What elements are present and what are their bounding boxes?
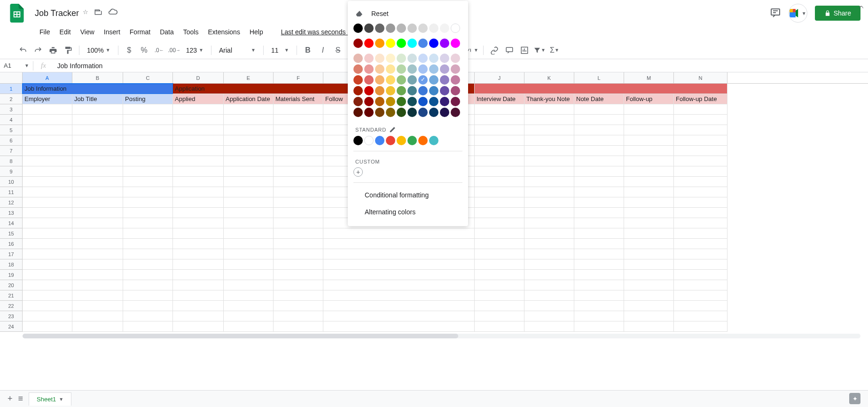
color-swatch[interactable]	[364, 108, 374, 117]
cell[interactable]	[624, 218, 674, 228]
print-icon[interactable]	[47, 44, 59, 56]
cell[interactable]	[274, 197, 323, 208]
cell[interactable]: Applied	[173, 94, 224, 104]
cell[interactable]	[524, 259, 574, 270]
color-swatch[interactable]	[407, 23, 417, 33]
color-swatch[interactable]	[386, 64, 395, 74]
cell[interactable]	[674, 259, 727, 270]
color-swatch[interactable]	[353, 64, 363, 74]
row-header[interactable]: 16	[0, 239, 23, 249]
color-swatch[interactable]	[386, 86, 395, 95]
bold-icon[interactable]: B	[302, 44, 314, 56]
color-swatch[interactable]	[418, 54, 428, 63]
cell[interactable]	[72, 125, 123, 135]
color-swatch[interactable]	[418, 75, 428, 85]
menu-extensions[interactable]: Extensions	[204, 26, 243, 38]
menu-help[interactable]: Help	[246, 26, 267, 38]
cell[interactable]	[475, 166, 524, 177]
cell[interactable]	[624, 187, 674, 197]
row-header[interactable]: 21	[0, 290, 23, 301]
cell[interactable]	[72, 156, 123, 166]
color-swatch[interactable]	[353, 86, 363, 95]
cell[interactable]	[123, 290, 173, 301]
sheets-logo[interactable]	[8, 4, 26, 23]
row-header[interactable]: 1	[0, 84, 23, 94]
color-swatch[interactable]	[353, 23, 363, 33]
cell[interactable]	[224, 208, 274, 218]
cell[interactable]	[123, 208, 173, 218]
cell[interactable]	[524, 156, 574, 166]
color-swatch[interactable]	[364, 97, 374, 106]
color-swatch[interactable]	[353, 75, 363, 85]
color-swatch[interactable]	[397, 54, 406, 63]
cell[interactable]	[524, 290, 574, 301]
cell[interactable]	[23, 301, 72, 311]
color-swatch[interactable]	[440, 23, 449, 33]
cell[interactable]	[23, 321, 72, 332]
cell[interactable]	[574, 187, 624, 197]
cell[interactable]	[173, 197, 224, 208]
cell[interactable]	[574, 280, 624, 290]
cell[interactable]	[475, 270, 524, 280]
cell[interactable]: Thank-you Note	[524, 94, 574, 104]
color-swatch[interactable]	[451, 86, 460, 95]
cell[interactable]	[674, 115, 727, 125]
cell[interactable]	[624, 239, 674, 249]
color-swatch[interactable]	[364, 86, 374, 95]
cell[interactable]	[173, 177, 224, 187]
col-header[interactable]: A	[23, 72, 72, 83]
cell[interactable]	[173, 228, 224, 239]
cell[interactable]	[123, 259, 173, 270]
cell[interactable]	[624, 321, 674, 332]
color-swatch[interactable]	[397, 39, 406, 48]
color-swatch[interactable]	[353, 108, 363, 117]
cell[interactable]	[72, 218, 123, 228]
cell[interactable]	[23, 104, 72, 115]
comment-history-icon[interactable]	[770, 7, 781, 20]
cell[interactable]	[224, 156, 274, 166]
cell[interactable]	[475, 239, 524, 249]
cell[interactable]	[323, 321, 475, 332]
cell[interactable]	[274, 311, 323, 321]
comment-icon[interactable]	[503, 44, 516, 56]
cell[interactable]	[274, 135, 323, 146]
color-swatch[interactable]	[440, 97, 449, 106]
cell[interactable]	[274, 125, 323, 135]
cell[interactable]	[23, 311, 72, 321]
cell[interactable]	[173, 146, 224, 156]
cell[interactable]	[624, 156, 674, 166]
cell[interactable]	[574, 104, 624, 115]
cell[interactable]	[23, 177, 72, 187]
cell[interactable]	[123, 115, 173, 125]
cell[interactable]	[624, 249, 674, 259]
menu-edit[interactable]: Edit	[56, 26, 75, 38]
cell[interactable]	[475, 249, 524, 259]
color-swatch[interactable]	[397, 75, 406, 85]
cell[interactable]	[674, 249, 727, 259]
row-header[interactable]: 12	[0, 197, 23, 208]
color-swatch[interactable]	[418, 64, 428, 74]
color-swatch[interactable]	[397, 23, 406, 33]
color-swatch[interactable]	[429, 97, 438, 106]
cell[interactable]	[274, 146, 323, 156]
color-swatch[interactable]	[375, 108, 384, 117]
cell[interactable]	[524, 208, 574, 218]
color-swatch[interactable]	[440, 39, 449, 48]
menu-data[interactable]: Data	[156, 26, 178, 38]
cell[interactable]	[224, 187, 274, 197]
col-header[interactable]: C	[123, 72, 173, 83]
row-header[interactable]: 11	[0, 187, 23, 197]
cell[interactable]	[274, 228, 323, 239]
color-swatch[interactable]	[364, 75, 374, 85]
color-swatch[interactable]	[407, 75, 417, 85]
cell[interactable]	[574, 321, 624, 332]
color-swatch[interactable]	[386, 39, 395, 48]
color-swatch[interactable]	[375, 23, 384, 33]
chart-icon[interactable]	[518, 44, 531, 56]
cell[interactable]	[574, 270, 624, 280]
cell[interactable]	[674, 239, 727, 249]
col-header[interactable]: F	[274, 72, 323, 83]
color-swatch[interactable]	[353, 39, 363, 48]
color-swatch[interactable]	[364, 23, 374, 33]
cell[interactable]	[475, 135, 524, 146]
